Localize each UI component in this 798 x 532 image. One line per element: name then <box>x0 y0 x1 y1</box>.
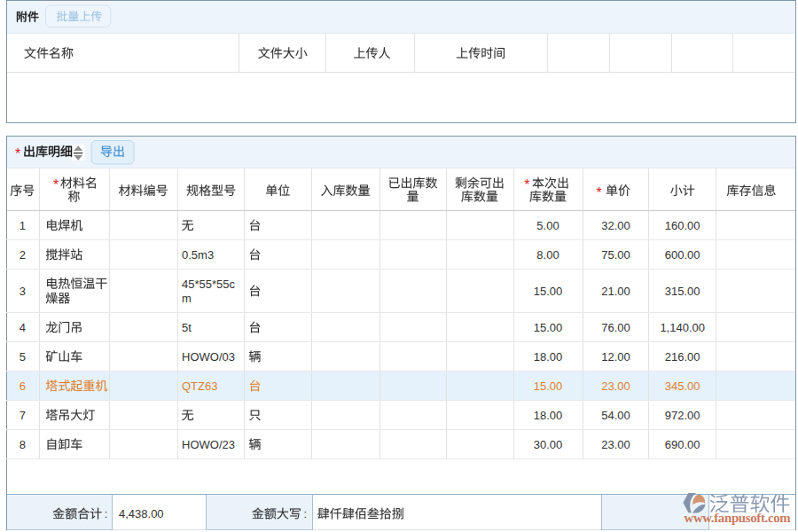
svg-text:0.5m3: 0.5m3 <box>182 248 214 262</box>
svg-text:7: 7 <box>20 409 26 422</box>
svg-text:1: 1 <box>20 219 26 232</box>
svg-text:21.00: 21.00 <box>601 285 630 298</box>
svg-text:18.00: 18.00 <box>534 350 563 364</box>
svg-text:5: 5 <box>20 350 26 364</box>
svg-text:76.00: 76.00 <box>601 321 630 334</box>
svg-text:6: 6 <box>20 379 26 393</box>
svg-text:QTZ63: QTZ63 <box>182 379 217 393</box>
svg-text:315.00: 315.00 <box>665 285 700 298</box>
svg-text:54.00: 54.00 <box>601 409 630 422</box>
svg-text:45*55*55c: 45*55*55c <box>182 278 235 291</box>
svg-text:*: * <box>524 177 529 192</box>
svg-text:15.00: 15.00 <box>534 379 563 393</box>
svg-text::: : <box>105 507 108 520</box>
svg-text:600.00: 600.00 <box>665 248 700 262</box>
svg-text:HOWO/23: HOWO/23 <box>182 438 235 451</box>
svg-text:15.00: 15.00 <box>534 321 563 334</box>
svg-text:160.00: 160.00 <box>665 219 700 232</box>
svg-text:23.00: 23.00 <box>601 379 630 393</box>
svg-text:5.00: 5.00 <box>536 219 559 232</box>
svg-text:m: m <box>182 292 192 305</box>
svg-text:8: 8 <box>20 438 26 451</box>
svg-text:8.00: 8.00 <box>536 248 559 262</box>
svg-text:23.00: 23.00 <box>601 438 630 451</box>
svg-text:345.00: 345.00 <box>665 379 700 393</box>
svg-text:216.00: 216.00 <box>665 350 700 364</box>
svg-text:2: 2 <box>20 248 26 262</box>
svg-text:www.fanpusoft.com: www.fanpusoft.com <box>685 511 792 525</box>
svg-text:30.00: 30.00 <box>534 438 563 451</box>
svg-text:*: * <box>597 185 602 200</box>
svg-text:75.00: 75.00 <box>601 248 630 262</box>
svg-text:1,140.00: 1,140.00 <box>660 321 705 334</box>
svg-text::: : <box>304 507 308 520</box>
svg-text:4,438.00: 4,438.00 <box>119 507 164 520</box>
svg-text:*: * <box>53 177 59 192</box>
svg-text:5t: 5t <box>182 321 192 334</box>
svg-text:12.00: 12.00 <box>601 350 630 364</box>
svg-text:*: * <box>15 146 20 161</box>
svg-text:18.00: 18.00 <box>534 409 563 422</box>
svg-text:32.00: 32.00 <box>601 219 630 232</box>
svg-text:15.00: 15.00 <box>534 285 563 298</box>
svg-text:4: 4 <box>20 321 26 334</box>
svg-text:972.00: 972.00 <box>665 409 700 422</box>
svg-text:HOWO/03: HOWO/03 <box>182 350 235 364</box>
svg-text:690.00: 690.00 <box>665 438 700 451</box>
svg-text:3: 3 <box>20 285 26 298</box>
